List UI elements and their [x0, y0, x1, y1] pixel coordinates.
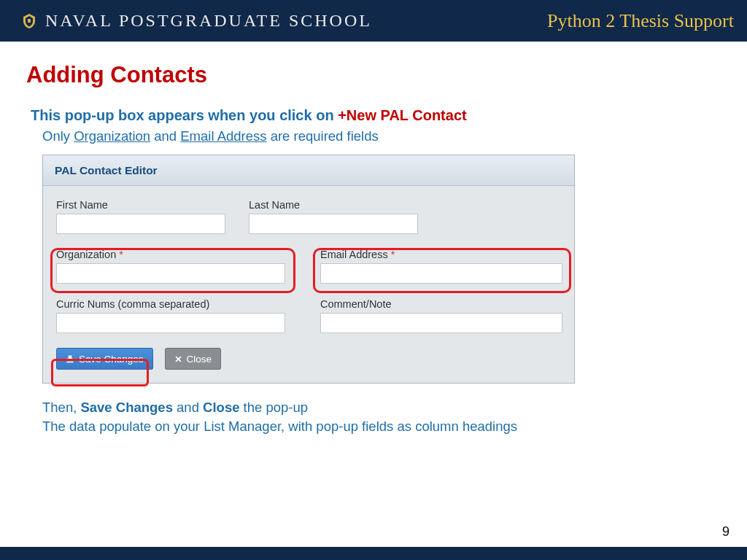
- dialog-body: First Name Last Name Organization * Emai: [43, 186, 574, 383]
- close-button-label: Close: [187, 354, 212, 365]
- last-name-label: Last Name: [249, 199, 418, 211]
- email-label: Email Address *: [320, 249, 562, 260]
- curric-label: Curric Nums (comma separated): [56, 298, 285, 310]
- slide: NAVAL POSTGRADUATE SCHOOL Python 2 Thesi…: [0, 0, 747, 560]
- footer-bar: [0, 547, 747, 560]
- organization-input[interactable]: [56, 263, 285, 284]
- svg-rect-0: [28, 19, 31, 23]
- school-crest-icon: [20, 12, 38, 30]
- email-input[interactable]: [320, 263, 562, 284]
- first-name-input[interactable]: [56, 214, 225, 234]
- institution-name: NAVAL POSTGRADUATE SCHOOL: [45, 11, 372, 31]
- close-button[interactable]: Close: [165, 348, 222, 370]
- comment-input[interactable]: [320, 313, 562, 333]
- instruction-heading: This pop-up box appears when you click o…: [31, 107, 724, 124]
- first-name-field-group: First Name: [56, 199, 225, 234]
- course-title: Python 2 Thesis Support: [547, 10, 734, 32]
- email-field-group: Email Address *: [320, 249, 562, 284]
- pal-contact-editor-dialog: PAL Contact Editor First Name Last Name: [42, 155, 575, 384]
- first-name-label: First Name: [56, 199, 225, 211]
- instruction-notes: Then, Save Changes and Close the pop-up …: [42, 400, 724, 435]
- comment-field-group: Comment/Note: [320, 298, 562, 333]
- dialog-button-row: Save Changes Close: [56, 348, 561, 370]
- save-icon: [66, 354, 74, 363]
- last-name-field-group: Last Name: [249, 199, 418, 234]
- curric-input[interactable]: [56, 313, 285, 333]
- save-button-label: Save Changes: [79, 354, 144, 365]
- header-bar: NAVAL POSTGRADUATE SCHOOL Python 2 Thesi…: [0, 0, 747, 42]
- dialog-title-bar: PAL Contact Editor: [43, 155, 574, 186]
- slide-content: Adding Contacts This pop-up box appears …: [0, 42, 747, 547]
- required-field-org: Organization: [74, 128, 150, 144]
- curric-field-group: Curric Nums (comma separated): [56, 298, 285, 333]
- note-save-close: Then, Save Changes and Close the pop-up: [42, 400, 724, 416]
- save-changes-button[interactable]: Save Changes: [56, 348, 153, 370]
- note-populate: The data populate on your List Manager, …: [42, 419, 724, 435]
- comment-label: Comment/Note: [320, 298, 562, 310]
- required-asterisk: *: [391, 249, 395, 260]
- required-asterisk: *: [119, 249, 123, 260]
- instruction-action: +New PAL Contact: [338, 107, 467, 123]
- dialog-title: PAL Contact Editor: [55, 164, 158, 177]
- required-field-email: Email Address: [180, 128, 266, 144]
- page-title: Adding Contacts: [26, 62, 724, 88]
- close-icon: [174, 355, 182, 363]
- organization-label: Organization *: [56, 249, 285, 260]
- page-number: 9: [722, 524, 729, 540]
- last-name-input[interactable]: [249, 214, 418, 234]
- instruction-prefix: This pop-up box appears when you click o…: [31, 107, 338, 123]
- organization-field-group: Organization *: [56, 249, 285, 284]
- instruction-required-fields: Only Organization and Email Address are …: [42, 128, 724, 144]
